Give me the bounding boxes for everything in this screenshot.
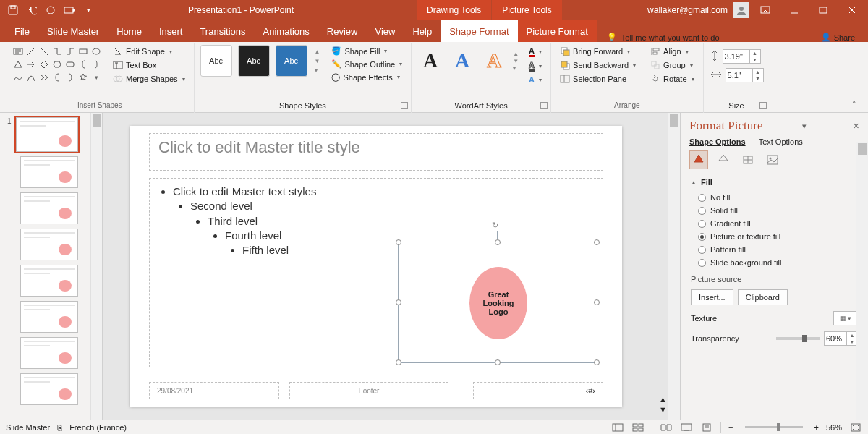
master-thumbnail[interactable] <box>16 117 78 152</box>
tab-file[interactable]: File <box>6 20 38 42</box>
shape-elbow2-icon[interactable] <box>64 45 77 58</box>
tab-slide-master[interactable]: Slide Master <box>38 20 108 42</box>
fit-to-window-icon[interactable] <box>849 422 862 433</box>
canvas-scrollbar[interactable] <box>668 113 680 420</box>
wordart-style-3[interactable]: A <box>481 45 507 77</box>
shape-roundrect-icon[interactable] <box>64 58 77 71</box>
canvas-nav-arrows[interactable]: ▲▼ <box>659 395 667 414</box>
tab-help[interactable]: Help <box>404 20 441 42</box>
wa-gallery-down-icon[interactable]: ▼ <box>513 58 519 64</box>
text-box-button[interactable]: Text Box <box>110 59 188 72</box>
shape-effects-button[interactable]: ◯Shape Effects▾ <box>328 71 405 83</box>
shape-lbrace-icon[interactable] <box>51 71 64 84</box>
selection-pane-button[interactable]: Selection Pane <box>557 72 639 85</box>
accessibility-icon[interactable]: ⎘ <box>57 423 62 432</box>
title-placeholder[interactable]: Click to edit Master title style <box>149 133 603 171</box>
gallery-down-icon[interactable]: ▼ <box>313 56 322 66</box>
close-icon[interactable] <box>839 0 865 20</box>
shape-fill-button[interactable]: 🪣Shape Fill▾ <box>328 45 405 57</box>
zoom-in-icon[interactable]: + <box>814 423 819 432</box>
selected-shape[interactable]: ↻ Great Looking Logo <box>398 242 597 363</box>
transparency-input[interactable]: ▲▼ <box>824 331 858 346</box>
radio-gradient-fill[interactable]: Gradient fill <box>691 217 858 230</box>
start-from-beginning-icon[interactable] <box>61 1 78 19</box>
layout-thumbnail-7[interactable] <box>20 373 78 405</box>
slide-canvas-area[interactable]: Click to edit Master title style Click t… <box>103 113 680 420</box>
layout-thumbnail-3[interactable] <box>20 229 78 260</box>
transparency-slider[interactable] <box>776 337 820 340</box>
send-backward-button[interactable]: Send Backward▾ <box>557 59 639 72</box>
logo-picture[interactable]: Great Looking Logo <box>469 267 527 339</box>
collapse-ribbon-icon[interactable]: ˄ <box>846 97 862 112</box>
wordart-style-2[interactable]: A <box>449 45 475 77</box>
redo-icon[interactable] <box>42 1 59 19</box>
shape-elbow-icon[interactable] <box>51 45 64 58</box>
shape-diamond-icon[interactable] <box>38 58 51 71</box>
notes-icon[interactable] <box>700 422 713 433</box>
radio-solid-fill[interactable]: Solid fill <box>691 204 858 217</box>
style-swatch-white[interactable]: Abc <box>200 45 232 77</box>
radio-pattern-fill[interactable]: Pattern fill <box>691 243 858 256</box>
shape-outline-button[interactable]: ✏️Shape Outline▾ <box>328 58 405 70</box>
zoom-level[interactable]: 56% <box>826 423 842 432</box>
thumbnail-pane[interactable]: 1 <box>0 113 103 420</box>
tab-transitions[interactable]: Transitions <box>191 20 254 42</box>
size-properties-icon[interactable] <box>739 150 757 169</box>
resize-handle[interactable] <box>594 299 600 305</box>
resize-handle[interactable] <box>396 239 401 245</box>
rotate-button[interactable]: Rotate▾ <box>647 72 697 85</box>
shape-hexagon-icon[interactable] <box>51 58 64 71</box>
bring-forward-button[interactable]: Bring Forward▾ <box>557 45 639 58</box>
tab-shape-format[interactable]: Shape Format <box>441 20 517 42</box>
resize-handle[interactable] <box>594 239 600 245</box>
shape-gallery-more-icon[interactable]: ▾ <box>90 71 103 84</box>
shape-height-input[interactable]: ▲▼ <box>723 49 761 64</box>
shape-brace-left-icon[interactable] <box>77 58 90 71</box>
slide-sorter-icon[interactable] <box>631 422 644 433</box>
resize-handle[interactable] <box>396 299 401 305</box>
slideshow-icon[interactable] <box>680 422 693 433</box>
zoom-out-icon[interactable]: − <box>728 423 733 432</box>
text-fill-button[interactable]: A▾ <box>526 45 545 59</box>
fill-section-header[interactable]: ▲Fill <box>691 178 858 187</box>
shape-curve-icon[interactable] <box>25 71 38 84</box>
layout-thumbnail-5[interactable] <box>20 301 78 333</box>
account-email[interactable]: wallaker@gmail.com <box>647 5 728 15</box>
reading-view-icon[interactable] <box>660 422 673 433</box>
date-placeholder[interactable]: 29/08/2021 <box>149 382 279 399</box>
shape-rbrace-icon[interactable] <box>64 71 77 84</box>
tab-insert[interactable]: Insert <box>150 20 192 42</box>
shape-rect-icon[interactable] <box>77 45 90 58</box>
tab-text-options[interactable]: Text Options <box>759 137 803 146</box>
radio-picture-fill[interactable]: Picture or texture fill <box>691 230 858 243</box>
align-button[interactable]: Align▾ <box>647 45 697 58</box>
edit-shape-button[interactable]: Edit Shape▾ <box>110 45 188 58</box>
texture-dropdown[interactable]: ▦ ▾ <box>833 311 858 326</box>
insert-picture-button[interactable]: Insert... <box>691 289 733 305</box>
resize-handle[interactable] <box>396 359 401 365</box>
tab-view[interactable]: View <box>366 20 404 42</box>
pane-close-icon[interactable]: ✕ <box>853 122 859 131</box>
shape-line-icon[interactable] <box>25 45 38 58</box>
resize-handle[interactable] <box>594 359 600 365</box>
wa-gallery-more-icon[interactable]: ▾ <box>513 65 519 72</box>
shape-text-box-icon[interactable] <box>12 45 25 58</box>
dialog-launcher-icon[interactable] <box>540 102 548 109</box>
save-icon[interactable] <box>4 1 22 19</box>
tab-animations[interactable]: Animations <box>255 20 318 42</box>
resize-handle[interactable] <box>495 359 501 365</box>
shape-triangle-icon[interactable] <box>12 58 25 71</box>
gallery-more-icon[interactable]: ▾ <box>313 66 322 75</box>
qat-customize-icon[interactable]: ▾ <box>80 1 97 19</box>
text-effects-button[interactable]: A▾ <box>526 74 545 85</box>
pane-scrollbar[interactable] <box>856 142 868 420</box>
wordart-gallery[interactable]: A A A ▲ ▼ ▾ <box>417 45 519 77</box>
dialog-launcher-icon[interactable] <box>760 102 767 109</box>
gallery-up-icon[interactable]: ▲ <box>313 47 322 56</box>
style-swatch-black[interactable]: Abc <box>238 45 270 77</box>
tell-me-search[interactable]: 💡 Tell me what you want to do <box>607 33 720 42</box>
zoom-slider[interactable] <box>745 426 803 428</box>
layout-thumbnail-1[interactable] <box>20 156 78 188</box>
text-outline-button[interactable]: A▾ <box>526 59 545 73</box>
wordart-style-1[interactable]: A <box>417 45 443 77</box>
